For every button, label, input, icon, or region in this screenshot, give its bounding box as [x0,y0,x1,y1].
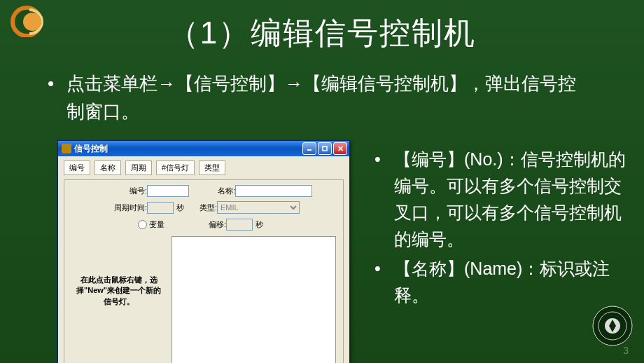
app-icon [62,144,71,153]
label-name: 名称: [189,186,235,196]
side-item-text: 【编号】(No.)：信号控制机的编号。可以有多个信号控制交叉口，可以有多个信号控… [394,149,626,249]
label-no: 编号: [71,186,147,196]
slide-title: （1）编辑信号控制机 [0,0,644,54]
form-panel: 编号: 名称: 周期时间: 秒 类型: EMIL 变量 偏移: 秒 [64,179,344,363]
titlebar[interactable]: 信号控制 ✕ [58,141,349,156]
variable-radio[interactable] [138,220,147,229]
col-header[interactable]: 类型 [199,160,225,175]
name-field[interactable] [235,185,312,197]
col-header[interactable]: #信号灯 [156,160,195,175]
col-header[interactable]: 编号 [64,160,90,175]
hint-text: 在此点击鼠标右键，选择"New"来创建一个新的信号灯。 [71,236,166,363]
intro-bullet: • [48,69,54,97]
label-sec2: 秒 [253,219,263,230]
offset-field[interactable] [226,219,253,231]
brand-logo-icon [8,6,48,37]
maximize-button[interactable] [318,142,332,155]
intro-content: 点击菜单栏→【信号控制】→【编辑信号控制机】，弹出信号控制窗口。 [66,73,576,122]
svg-point-2 [23,13,41,31]
cycle-field[interactable] [147,202,174,214]
minimize-button[interactable] [302,142,316,155]
type-select[interactable]: EMIL [217,201,300,214]
no-field[interactable] [147,185,189,197]
intro-text: • 点击菜单栏→【信号控制】→【编辑信号控制机】，弹出信号控制窗口。 [66,69,578,126]
signal-listbox[interactable] [172,236,336,363]
signal-control-dialog: 信号控制 ✕ 编号 名称 周期 #信号灯 类型 编号: 名称: 周期时间: 秒 … [57,140,350,363]
page-number: 3 [623,345,629,356]
side-bullet: • [374,255,381,282]
side-item-text: 【名称】(Name)：标识或注释。 [394,259,610,305]
column-header-row: 编号 名称 周期 #信号灯 类型 [64,160,344,175]
university-seal-icon [592,306,633,346]
label-variable: 变量 [149,219,178,230]
col-header[interactable]: 名称 [94,160,121,175]
svg-rect-4 [323,146,327,151]
col-header[interactable]: 周期 [125,160,152,175]
label-offset: 偏移: [178,219,226,230]
side-bullet: • [374,146,381,172]
side-notes: • 【编号】(No.)：信号控制机的编号。可以有多个信号控制交叉口，可以有多个信… [374,146,626,311]
label-type: 类型: [189,203,217,213]
label-sec: 秒 [174,203,189,213]
label-cycle: 周期时间: [71,203,147,213]
titlebar-text: 信号控制 [74,143,301,155]
close-button[interactable]: ✕ [333,142,347,155]
